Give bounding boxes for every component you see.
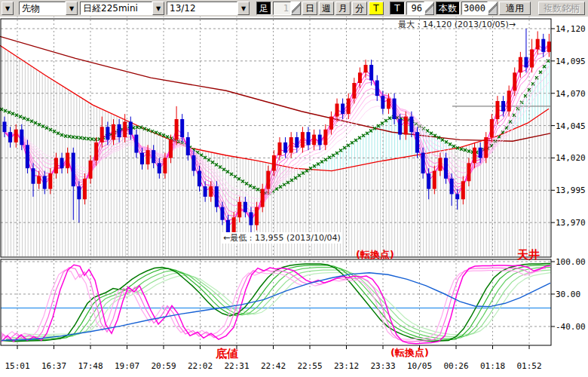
candle-body (220, 207, 224, 220)
price-axis-label: 13,995 (556, 185, 586, 195)
tick-toggle-button[interactable]: T (369, 2, 384, 15)
mini-combobox[interactable]: ▼ (2, 2, 17, 15)
candle-body (158, 163, 161, 173)
monthly-button[interactable]: 月 (335, 2, 351, 15)
price-axis-label: 14,070 (556, 89, 586, 99)
bar-count-spinner[interactable]: 3000 (461, 2, 498, 15)
candle-body (198, 171, 201, 187)
candle-body (66, 153, 69, 169)
time-axis-label: 22:55 (297, 361, 322, 371)
candle-body (37, 176, 41, 183)
candle-body (381, 96, 384, 109)
apply-button[interactable]: 適用 (499, 2, 531, 15)
candle-body (467, 163, 470, 181)
candle-body (204, 186, 207, 197)
time-axis-label: 23:33 (370, 361, 395, 371)
candle-body (479, 148, 482, 158)
candle-body (186, 137, 190, 155)
daily-button[interactable]: 日 (302, 2, 317, 15)
chevron-down-icon[interactable]: ▼ (152, 2, 164, 15)
candle-body (3, 121, 7, 132)
price-axis-label: 14,120 (556, 24, 586, 34)
interval-spinner[interactable]: 1 (273, 2, 301, 15)
price-axis-label: 13,970 (556, 218, 586, 228)
candle-body (427, 173, 430, 189)
candle-body (473, 148, 476, 164)
candle-body (112, 124, 115, 140)
candle-body (393, 99, 397, 119)
osc-axis-label: 100.00 (556, 257, 586, 267)
market-select[interactable]: 先物 ▼ (19, 2, 78, 15)
candle-body (398, 119, 402, 135)
candle-body (266, 171, 270, 189)
candle-body (215, 186, 219, 207)
time-axis-label: 00:26 (443, 361, 468, 371)
candle-body (175, 119, 179, 139)
candle-body (77, 186, 81, 199)
candle-body (369, 65, 373, 81)
candle-body (307, 132, 311, 145)
candle-body (8, 132, 12, 143)
candle-body (329, 117, 333, 130)
candle-body (421, 153, 425, 173)
candle-body (495, 101, 499, 119)
candle-body (364, 65, 368, 72)
candle-body (301, 132, 305, 148)
candle-body (295, 137, 299, 148)
candle-body (43, 176, 47, 188)
candle-body (530, 49, 534, 67)
time-axis-label: 10/05 (407, 361, 432, 371)
minute-button[interactable]: 分 (352, 2, 367, 15)
candle-body (226, 220, 230, 233)
time-axis-label: 17:48 (78, 361, 103, 371)
bar-count-label: 本数 (436, 2, 460, 15)
interval-value: 1 (273, 2, 291, 15)
price-axis-label: 14,095 (556, 57, 586, 66)
candle-body (129, 121, 133, 134)
candle-body (415, 132, 419, 152)
time-axis-label: 19:07 (115, 361, 139, 371)
candle-body (404, 117, 408, 135)
candle-body (450, 179, 454, 195)
candle-body (134, 135, 138, 153)
candle-body (444, 158, 448, 178)
weekly-button[interactable]: 週 (319, 2, 334, 15)
spinner-icon[interactable] (424, 2, 434, 15)
t-mode-label: T (390, 2, 405, 15)
candle-body (341, 103, 345, 114)
spinner-icon[interactable] (488, 2, 498, 15)
candle-body (83, 179, 87, 199)
symbol-select-value: 日経225mini (80, 2, 152, 15)
chevron-down-icon[interactable]: ▼ (66, 2, 78, 15)
price-chart-canvas[interactable]: 14,12014,09514,07014,04514,02013,99513,9… (0, 0, 588, 377)
candle-body (72, 153, 75, 187)
market-select-value: 先物 (19, 2, 66, 15)
chart-area[interactable]: 14,12014,09514,07014,04514,02013,99513,9… (0, 0, 588, 377)
chevron-down-icon[interactable]: ▼ (2, 2, 14, 15)
candle-body (358, 72, 362, 83)
candle-body (513, 72, 516, 90)
time-axis-label: 15:01 (5, 361, 29, 371)
time-axis-label: 22:31 (224, 361, 249, 371)
candle-body (169, 139, 173, 158)
contract-month-value: 13/12 (167, 2, 237, 15)
candle-body (261, 189, 265, 207)
candle-body (352, 83, 356, 99)
bars-visible-spinner[interactable]: 96 (406, 2, 434, 15)
candle-body (335, 103, 339, 116)
candle-body (387, 99, 390, 109)
candle-body (455, 194, 459, 199)
contract-month-select[interactable]: 13/12 ▼ (167, 2, 250, 15)
candle-body (180, 119, 184, 137)
time-axis-label: 22:02 (188, 361, 213, 371)
candle-body (507, 90, 511, 111)
candle-body (519, 57, 522, 73)
candle-body (232, 217, 236, 233)
multi-symbol-button[interactable]: 複数銘柄 (538, 2, 585, 15)
chevron-down-icon[interactable]: ▼ (237, 2, 250, 15)
candle-body (152, 150, 155, 163)
spinner-icon[interactable] (291, 2, 301, 15)
candle-body (547, 41, 551, 52)
symbol-select[interactable]: 日経225mini ▼ (80, 2, 164, 15)
candle-body (60, 158, 64, 168)
